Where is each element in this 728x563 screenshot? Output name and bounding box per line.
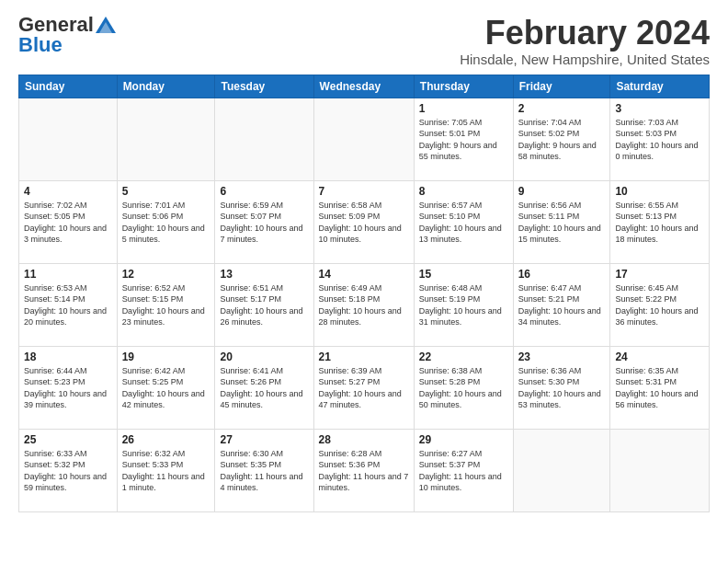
calendar-cell: 27Sunrise: 6:30 AM Sunset: 5:35 PM Dayli… [215,429,313,511]
calendar-cell: 12Sunrise: 6:52 AM Sunset: 5:15 PM Dayli… [117,263,215,346]
day-info: Sunrise: 6:56 AM Sunset: 5:11 PM Dayligh… [518,200,606,246]
day-info: Sunrise: 6:59 AM Sunset: 5:07 PM Dayligh… [220,200,308,246]
day-number: 5 [122,185,210,198]
calendar-cell: 7Sunrise: 6:58 AM Sunset: 5:09 PM Daylig… [313,180,414,263]
day-info: Sunrise: 7:05 AM Sunset: 5:01 PM Dayligh… [419,117,508,163]
header: General Blue February 2024 Hinsdale, New… [18,15,710,67]
calendar-cell: 10Sunrise: 6:55 AM Sunset: 5:13 PM Dayli… [610,180,710,263]
calendar-cell: 17Sunrise: 6:45 AM Sunset: 5:22 PM Dayli… [610,263,710,346]
day-number: 16 [518,268,606,281]
day-number: 27 [220,433,308,446]
calendar-cell: 4Sunrise: 7:02 AM Sunset: 5:05 PM Daylig… [19,180,118,263]
day-info: Sunrise: 6:41 AM Sunset: 5:26 PM Dayligh… [220,365,308,411]
day-info: Sunrise: 6:36 AM Sunset: 5:30 PM Dayligh… [518,365,606,411]
day-info: Sunrise: 6:53 AM Sunset: 5:14 PM Dayligh… [24,282,112,328]
day-info: Sunrise: 6:45 AM Sunset: 5:22 PM Dayligh… [615,282,704,328]
day-info: Sunrise: 6:30 AM Sunset: 5:35 PM Dayligh… [220,448,308,494]
calendar-cell: 24Sunrise: 6:35 AM Sunset: 5:31 PM Dayli… [610,346,710,429]
day-number: 21 [319,350,409,363]
day-number: 18 [24,350,112,363]
calendar-cell: 23Sunrise: 6:36 AM Sunset: 5:30 PM Dayli… [513,346,610,429]
week-row-3: 11Sunrise: 6:53 AM Sunset: 5:14 PM Dayli… [19,263,710,346]
day-number: 15 [419,268,508,281]
logo-icon [96,17,116,33]
day-number: 10 [615,185,704,198]
calendar-title: February 2024 [460,15,710,52]
calendar-cell: 9Sunrise: 6:56 AM Sunset: 5:11 PM Daylig… [513,180,610,263]
day-number: 28 [319,433,409,446]
calendar-cell: 18Sunrise: 6:44 AM Sunset: 5:23 PM Dayli… [19,346,118,429]
day-info: Sunrise: 6:33 AM Sunset: 5:32 PM Dayligh… [24,448,112,494]
calendar-cell [313,98,414,180]
day-number: 24 [615,350,704,363]
calendar-cell: 26Sunrise: 6:32 AM Sunset: 5:33 PM Dayli… [117,429,215,511]
title-area: February 2024 Hinsdale, New Hampshire, U… [460,15,710,67]
weekday-header-saturday: Saturday [610,75,710,98]
day-info: Sunrise: 6:57 AM Sunset: 5:10 PM Dayligh… [419,200,508,246]
day-info: Sunrise: 6:39 AM Sunset: 5:27 PM Dayligh… [319,365,409,411]
day-number: 17 [615,268,704,281]
day-number: 13 [220,268,308,281]
day-number: 20 [220,350,308,363]
calendar-cell: 5Sunrise: 7:01 AM Sunset: 5:06 PM Daylig… [117,180,215,263]
calendar-cell: 29Sunrise: 6:27 AM Sunset: 5:37 PM Dayli… [414,429,513,511]
logo-general: General [18,15,94,35]
day-number: 11 [24,268,112,281]
day-info: Sunrise: 6:35 AM Sunset: 5:31 PM Dayligh… [615,365,704,411]
day-info: Sunrise: 6:27 AM Sunset: 5:37 PM Dayligh… [419,448,508,494]
day-info: Sunrise: 6:42 AM Sunset: 5:25 PM Dayligh… [122,365,210,411]
week-row-2: 4Sunrise: 7:02 AM Sunset: 5:05 PM Daylig… [19,180,710,263]
day-info: Sunrise: 6:44 AM Sunset: 5:23 PM Dayligh… [24,365,112,411]
day-number: 25 [24,433,112,446]
calendar-cell: 15Sunrise: 6:48 AM Sunset: 5:19 PM Dayli… [414,263,513,346]
day-number: 12 [122,268,210,281]
calendar-cell: 11Sunrise: 6:53 AM Sunset: 5:14 PM Dayli… [19,263,118,346]
day-number: 22 [419,350,508,363]
weekday-header-friday: Friday [513,75,610,98]
day-info: Sunrise: 6:48 AM Sunset: 5:19 PM Dayligh… [419,282,508,328]
logo: General Blue [18,15,116,55]
day-info: Sunrise: 6:47 AM Sunset: 5:21 PM Dayligh… [518,282,606,328]
calendar-cell: 28Sunrise: 6:28 AM Sunset: 5:36 PM Dayli… [313,429,414,511]
day-info: Sunrise: 6:52 AM Sunset: 5:15 PM Dayligh… [122,282,210,328]
calendar-cell: 14Sunrise: 6:49 AM Sunset: 5:18 PM Dayli… [313,263,414,346]
day-info: Sunrise: 6:58 AM Sunset: 5:09 PM Dayligh… [319,200,409,246]
day-number: 26 [122,433,210,446]
calendar-cell [117,98,215,180]
calendar-cell: 13Sunrise: 6:51 AM Sunset: 5:17 PM Dayli… [215,263,313,346]
calendar-cell: 3Sunrise: 7:03 AM Sunset: 5:03 PM Daylig… [610,98,710,180]
day-number: 3 [615,102,704,115]
calendar-cell: 21Sunrise: 6:39 AM Sunset: 5:27 PM Dayli… [313,346,414,429]
day-info: Sunrise: 6:51 AM Sunset: 5:17 PM Dayligh… [220,282,308,328]
weekday-header-tuesday: Tuesday [215,75,313,98]
calendar-cell [610,429,710,511]
day-info: Sunrise: 6:38 AM Sunset: 5:28 PM Dayligh… [419,365,508,411]
weekday-header-wednesday: Wednesday [313,75,414,98]
weekday-header-row: SundayMondayTuesdayWednesdayThursdayFrid… [19,75,710,98]
day-number: 23 [518,350,606,363]
day-number: 6 [220,185,308,198]
day-info: Sunrise: 7:04 AM Sunset: 5:02 PM Dayligh… [518,117,606,163]
day-info: Sunrise: 7:01 AM Sunset: 5:06 PM Dayligh… [122,200,210,246]
calendar-cell: 16Sunrise: 6:47 AM Sunset: 5:21 PM Dayli… [513,263,610,346]
logo-blue: Blue [18,35,63,55]
calendar-table: SundayMondayTuesdayWednesdayThursdayFrid… [18,75,710,512]
day-number: 19 [122,350,210,363]
day-number: 2 [518,102,606,115]
calendar-cell: 1Sunrise: 7:05 AM Sunset: 5:01 PM Daylig… [414,98,513,180]
calendar-cell: 22Sunrise: 6:38 AM Sunset: 5:28 PM Dayli… [414,346,513,429]
day-number: 9 [518,185,606,198]
calendar-cell: 19Sunrise: 6:42 AM Sunset: 5:25 PM Dayli… [117,346,215,429]
calendar-cell: 25Sunrise: 6:33 AM Sunset: 5:32 PM Dayli… [19,429,118,511]
week-row-4: 18Sunrise: 6:44 AM Sunset: 5:23 PM Dayli… [19,346,710,429]
day-number: 4 [24,185,112,198]
day-info: Sunrise: 6:32 AM Sunset: 5:33 PM Dayligh… [122,448,210,494]
weekday-header-monday: Monday [117,75,215,98]
weekday-header-thursday: Thursday [414,75,513,98]
day-number: 29 [419,433,508,446]
day-info: Sunrise: 6:55 AM Sunset: 5:13 PM Dayligh… [615,200,704,246]
week-row-5: 25Sunrise: 6:33 AM Sunset: 5:32 PM Dayli… [19,429,710,511]
calendar-cell [513,429,610,511]
calendar-cell: 20Sunrise: 6:41 AM Sunset: 5:26 PM Dayli… [215,346,313,429]
calendar-subtitle: Hinsdale, New Hampshire, United States [460,52,710,67]
